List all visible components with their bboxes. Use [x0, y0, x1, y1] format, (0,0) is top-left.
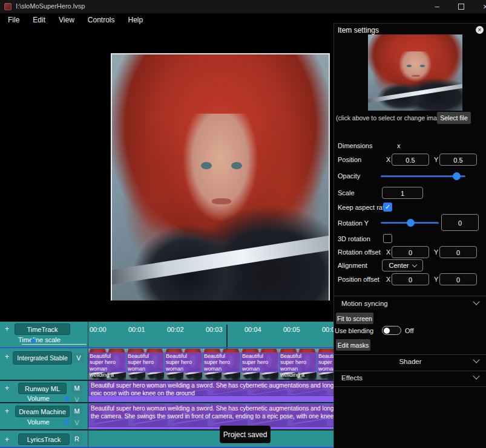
- clip-caption: Beautiful super hero woman weilding a: [279, 352, 317, 378]
- panel-close-icon[interactable]: ×: [476, 26, 484, 34]
- ruler-tick: 00:02: [167, 326, 184, 333]
- preview-viewport[interactable]: [111, 53, 330, 324]
- position-y-input[interactable]: 0.5: [439, 154, 477, 166]
- rotation-3d-checkbox[interactable]: [383, 234, 392, 243]
- chevron-down-icon[interactable]: [473, 298, 479, 305]
- chevron-down-icon: [412, 262, 416, 267]
- timeline-clip[interactable]: Beautiful super hero woman: [203, 349, 240, 380]
- ruler-tick: 00:03: [206, 326, 223, 333]
- rotation-y-input[interactable]: 0: [441, 214, 479, 231]
- opacity-slider-thumb[interactable]: [453, 172, 461, 180]
- app-icon: [4, 3, 11, 10]
- dimensions-label: Dimensions: [338, 142, 372, 149]
- position-x-input[interactable]: 0.5: [392, 154, 429, 166]
- title-bar[interactable]: I:\sloMoSuperHero.lvsp – ×: [0, 0, 486, 13]
- fit-to-screen-button[interactable]: Fit to screen: [336, 313, 373, 324]
- eye-shape: [407, 65, 412, 67]
- track-dream-machine[interactable]: Dream Machine: [15, 406, 70, 417]
- use-blending-toggle[interactable]: [382, 326, 401, 335]
- panel-title: Item settings: [338, 26, 379, 34]
- timeline-clip[interactable]: Beautiful super hero woman: [241, 349, 278, 380]
- keep-aspect-checkbox[interactable]: ✓: [383, 203, 392, 212]
- effects-section[interactable]: Effects: [341, 374, 363, 381]
- maximize-icon: [458, 4, 464, 10]
- character-image: [368, 34, 462, 111]
- add-track-button[interactable]: +: [5, 352, 9, 361]
- track-lyricstrack[interactable]: LyricsTrack: [18, 433, 70, 445]
- volume-slider-thumb[interactable]: [64, 397, 69, 401]
- position-label: Position: [338, 156, 361, 163]
- dimensions-separator: x: [397, 142, 401, 149]
- minimize-button[interactable]: –: [427, 0, 447, 13]
- timeline-scale-slider-thumb[interactable]: [31, 339, 36, 343]
- maximize-button[interactable]: [451, 0, 471, 13]
- volume-slider-thumb[interactable]: [64, 420, 69, 424]
- volume-v-button[interactable]: V: [71, 394, 82, 405]
- track-runway-ml[interactable]: Runway ML: [18, 383, 67, 394]
- header-column-divider: [88, 322, 88, 448]
- volume-label: Volume: [27, 418, 50, 426]
- image-hint-label: (click above to select or change image): [336, 114, 446, 122]
- item-image-thumbnail[interactable]: [368, 34, 462, 111]
- edit-masks-button[interactable]: Edit masks: [336, 339, 370, 351]
- playhead[interactable]: [226, 325, 228, 349]
- menu-edit[interactable]: Edit: [26, 15, 52, 25]
- track-intergrated-stable[interactable]: Intergrated Stable: [13, 351, 72, 365]
- toggle-knob: [384, 328, 390, 334]
- position-offset-x-input[interactable]: 0: [392, 273, 429, 285]
- preview-image: [112, 54, 329, 323]
- volume-label: Volume: [27, 395, 50, 402]
- add-track-button[interactable]: +: [5, 435, 9, 444]
- add-track-button[interactable]: +: [5, 407, 9, 415]
- y-label: Y: [434, 248, 438, 256]
- item-settings-panel: Item settings × (click above to select o…: [333, 23, 486, 448]
- scale-input[interactable]: 1: [382, 187, 423, 199]
- track-mute-button[interactable]: M: [71, 383, 82, 394]
- alignment-dropdown[interactable]: Center: [382, 259, 423, 271]
- thumbnail-image: [368, 34, 462, 111]
- rotation-y-slider-thumb[interactable]: [407, 219, 415, 227]
- timeline-clip[interactable]: Beautiful super hero woman: [126, 349, 164, 380]
- clip-caption: Beautiful super hero woman weilding a: [88, 352, 126, 378]
- opacity-label: Opacity: [338, 172, 360, 180]
- section-divider: [334, 354, 486, 355]
- alignment-value: Center: [389, 259, 409, 271]
- timeline-clip[interactable]: Beautiful super hero woman weilding a: [88, 349, 126, 380]
- rotation-offset-label: Rotation offset: [338, 248, 381, 256]
- shader-section[interactable]: Shader: [334, 358, 486, 365]
- chevron-down-icon[interactable]: [473, 372, 479, 379]
- x-label: X: [386, 276, 390, 283]
- clip-caption: Beautiful super hero woman: [126, 352, 164, 372]
- rotation-offset-y-input[interactable]: 0: [439, 246, 477, 258]
- menu-view[interactable]: View: [52, 15, 81, 25]
- project-saved-toast: Project saved: [220, 426, 271, 443]
- add-track-button[interactable]: +: [5, 325, 9, 333]
- keep-aspect-label: Keep aspect ratio: [338, 204, 390, 211]
- select-file-button[interactable]: Select file: [437, 112, 471, 124]
- track-mute-button[interactable]: M: [71, 406, 82, 417]
- menu-file[interactable]: File: [1, 15, 26, 25]
- timeline-clip[interactable]: Beautiful super hero woman: [165, 349, 202, 380]
- y-label: Y: [434, 276, 438, 283]
- close-button[interactable]: ×: [475, 0, 486, 13]
- ruler-tick: 00:04: [245, 326, 261, 333]
- alignment-label: Alignment: [338, 262, 367, 269]
- motion-syncing-section[interactable]: Motion syncing: [341, 300, 388, 307]
- track-v-button[interactable]: V: [73, 352, 84, 363]
- track-timetrack[interactable]: TimeTrack: [15, 323, 70, 335]
- app-window: I:\sloMoSuperHero.lvsp – × File Edit Vie…: [0, 0, 486, 448]
- track-record-button[interactable]: R: [71, 433, 82, 444]
- ruler-tick: 00:00: [90, 326, 107, 333]
- volume-v-button[interactable]: V: [71, 417, 82, 428]
- menu-help[interactable]: Help: [122, 15, 150, 25]
- x-label: X: [386, 156, 390, 163]
- position-offset-y-input[interactable]: 0: [439, 273, 477, 285]
- rotation-y-label: Rotation Y: [338, 219, 369, 227]
- menu-controls[interactable]: Controls: [81, 15, 122, 25]
- timeline-clip[interactable]: Beautiful super hero woman weilding a: [279, 349, 317, 380]
- clip-caption: Beautiful super hero woman: [203, 352, 240, 372]
- add-track-button[interactable]: +: [5, 384, 9, 392]
- timeline-scale-underline: [22, 344, 87, 345]
- window-title: I:\sloMoSuperHero.lvsp: [16, 2, 85, 10]
- rotation-offset-x-input[interactable]: 0: [392, 246, 429, 258]
